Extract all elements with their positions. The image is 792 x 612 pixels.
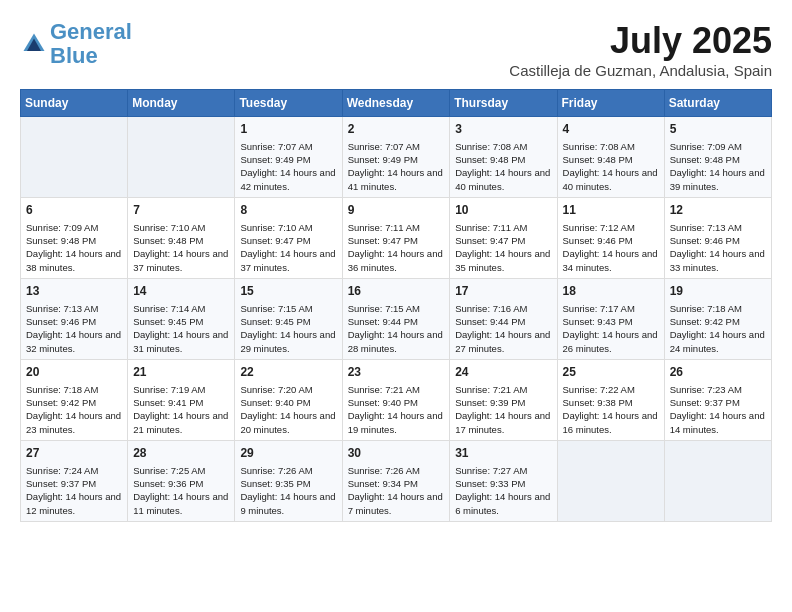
daylight-text: Daylight: 14 hours and 39 minutes.: [670, 166, 766, 193]
week-row-4: 20Sunrise: 7:18 AMSunset: 9:42 PMDayligh…: [21, 359, 772, 440]
day-number: 30: [348, 445, 445, 462]
sunrise-text: Sunrise: 7:14 AM: [133, 302, 229, 315]
day-number: 10: [455, 202, 551, 219]
day-number: 22: [240, 364, 336, 381]
calendar-subtitle: Castilleja de Guzman, Andalusia, Spain: [509, 62, 772, 79]
header-friday: Friday: [557, 90, 664, 117]
sunset-text: Sunset: 9:40 PM: [240, 396, 336, 409]
calendar-body: 1Sunrise: 7:07 AMSunset: 9:49 PMDaylight…: [21, 117, 772, 522]
day-number: 19: [670, 283, 766, 300]
header-saturday: Saturday: [664, 90, 771, 117]
calendar-cell: [557, 440, 664, 521]
sunset-text: Sunset: 9:36 PM: [133, 477, 229, 490]
daylight-text: Daylight: 14 hours and 38 minutes.: [26, 247, 122, 274]
day-number: 9: [348, 202, 445, 219]
calendar-cell: 3Sunrise: 7:08 AMSunset: 9:48 PMDaylight…: [450, 117, 557, 198]
calendar-cell: 21Sunrise: 7:19 AMSunset: 9:41 PMDayligh…: [128, 359, 235, 440]
sunrise-text: Sunrise: 7:11 AM: [348, 221, 445, 234]
calendar-cell: 11Sunrise: 7:12 AMSunset: 9:46 PMDayligh…: [557, 197, 664, 278]
daylight-text: Daylight: 14 hours and 27 minutes.: [455, 328, 551, 355]
daylight-text: Daylight: 14 hours and 29 minutes.: [240, 328, 336, 355]
sunrise-text: Sunrise: 7:24 AM: [26, 464, 122, 477]
logo: General Blue: [20, 20, 132, 68]
sunset-text: Sunset: 9:45 PM: [133, 315, 229, 328]
sunset-text: Sunset: 9:49 PM: [240, 153, 336, 166]
calendar-cell: [128, 117, 235, 198]
sunset-text: Sunset: 9:44 PM: [348, 315, 445, 328]
day-number: 11: [563, 202, 659, 219]
daylight-text: Daylight: 14 hours and 6 minutes.: [455, 490, 551, 517]
daylight-text: Daylight: 14 hours and 33 minutes.: [670, 247, 766, 274]
day-number: 12: [670, 202, 766, 219]
calendar-cell: 15Sunrise: 7:15 AMSunset: 9:45 PMDayligh…: [235, 278, 342, 359]
day-number: 3: [455, 121, 551, 138]
sunrise-text: Sunrise: 7:18 AM: [670, 302, 766, 315]
day-number: 2: [348, 121, 445, 138]
header-monday: Monday: [128, 90, 235, 117]
sunrise-text: Sunrise: 7:19 AM: [133, 383, 229, 396]
sunrise-text: Sunrise: 7:15 AM: [240, 302, 336, 315]
sunrise-text: Sunrise: 7:12 AM: [563, 221, 659, 234]
sunrise-text: Sunrise: 7:20 AM: [240, 383, 336, 396]
sunset-text: Sunset: 9:48 PM: [670, 153, 766, 166]
daylight-text: Daylight: 14 hours and 40 minutes.: [455, 166, 551, 193]
sunset-text: Sunset: 9:47 PM: [348, 234, 445, 247]
sunset-text: Sunset: 9:33 PM: [455, 477, 551, 490]
daylight-text: Daylight: 14 hours and 23 minutes.: [26, 409, 122, 436]
sunrise-text: Sunrise: 7:09 AM: [670, 140, 766, 153]
day-number: 24: [455, 364, 551, 381]
calendar-cell: 14Sunrise: 7:14 AMSunset: 9:45 PMDayligh…: [128, 278, 235, 359]
sunrise-text: Sunrise: 7:18 AM: [26, 383, 122, 396]
daylight-text: Daylight: 14 hours and 28 minutes.: [348, 328, 445, 355]
calendar-cell: 8Sunrise: 7:10 AMSunset: 9:47 PMDaylight…: [235, 197, 342, 278]
day-number: 28: [133, 445, 229, 462]
calendar-cell: 25Sunrise: 7:22 AMSunset: 9:38 PMDayligh…: [557, 359, 664, 440]
sunrise-text: Sunrise: 7:07 AM: [348, 140, 445, 153]
daylight-text: Daylight: 14 hours and 7 minutes.: [348, 490, 445, 517]
calendar-cell: [664, 440, 771, 521]
daylight-text: Daylight: 14 hours and 40 minutes.: [563, 166, 659, 193]
day-number: 13: [26, 283, 122, 300]
header-sunday: Sunday: [21, 90, 128, 117]
logo-text: General Blue: [50, 20, 132, 68]
sunrise-text: Sunrise: 7:27 AM: [455, 464, 551, 477]
sunset-text: Sunset: 9:49 PM: [348, 153, 445, 166]
calendar-cell: 23Sunrise: 7:21 AMSunset: 9:40 PMDayligh…: [342, 359, 450, 440]
calendar-cell: 30Sunrise: 7:26 AMSunset: 9:34 PMDayligh…: [342, 440, 450, 521]
daylight-text: Daylight: 14 hours and 37 minutes.: [240, 247, 336, 274]
sunrise-text: Sunrise: 7:07 AM: [240, 140, 336, 153]
header-wednesday: Wednesday: [342, 90, 450, 117]
day-number: 14: [133, 283, 229, 300]
calendar-cell: 22Sunrise: 7:20 AMSunset: 9:40 PMDayligh…: [235, 359, 342, 440]
calendar-cell: 1Sunrise: 7:07 AMSunset: 9:49 PMDaylight…: [235, 117, 342, 198]
daylight-text: Daylight: 14 hours and 41 minutes.: [348, 166, 445, 193]
sunset-text: Sunset: 9:47 PM: [455, 234, 551, 247]
sunrise-text: Sunrise: 7:08 AM: [455, 140, 551, 153]
daylight-text: Daylight: 14 hours and 35 minutes.: [455, 247, 551, 274]
calendar-cell: 4Sunrise: 7:08 AMSunset: 9:48 PMDaylight…: [557, 117, 664, 198]
daylight-text: Daylight: 14 hours and 24 minutes.: [670, 328, 766, 355]
sunset-text: Sunset: 9:48 PM: [563, 153, 659, 166]
daylight-text: Daylight: 14 hours and 34 minutes.: [563, 247, 659, 274]
sunrise-text: Sunrise: 7:09 AM: [26, 221, 122, 234]
calendar-cell: 29Sunrise: 7:26 AMSunset: 9:35 PMDayligh…: [235, 440, 342, 521]
calendar-cell: 27Sunrise: 7:24 AMSunset: 9:37 PMDayligh…: [21, 440, 128, 521]
daylight-text: Daylight: 14 hours and 37 minutes.: [133, 247, 229, 274]
sunset-text: Sunset: 9:45 PM: [240, 315, 336, 328]
day-number: 23: [348, 364, 445, 381]
logo-icon: [20, 30, 48, 58]
sunset-text: Sunset: 9:46 PM: [670, 234, 766, 247]
sunrise-text: Sunrise: 7:13 AM: [26, 302, 122, 315]
header-row: SundayMondayTuesdayWednesdayThursdayFrid…: [21, 90, 772, 117]
sunrise-text: Sunrise: 7:10 AM: [133, 221, 229, 234]
week-row-1: 1Sunrise: 7:07 AMSunset: 9:49 PMDaylight…: [21, 117, 772, 198]
calendar-cell: 26Sunrise: 7:23 AMSunset: 9:37 PMDayligh…: [664, 359, 771, 440]
calendar-table: SundayMondayTuesdayWednesdayThursdayFrid…: [20, 89, 772, 522]
sunrise-text: Sunrise: 7:26 AM: [348, 464, 445, 477]
week-row-5: 27Sunrise: 7:24 AMSunset: 9:37 PMDayligh…: [21, 440, 772, 521]
calendar-cell: 12Sunrise: 7:13 AMSunset: 9:46 PMDayligh…: [664, 197, 771, 278]
sunrise-text: Sunrise: 7:21 AM: [455, 383, 551, 396]
day-number: 7: [133, 202, 229, 219]
sunset-text: Sunset: 9:48 PM: [26, 234, 122, 247]
calendar-cell: 18Sunrise: 7:17 AMSunset: 9:43 PMDayligh…: [557, 278, 664, 359]
